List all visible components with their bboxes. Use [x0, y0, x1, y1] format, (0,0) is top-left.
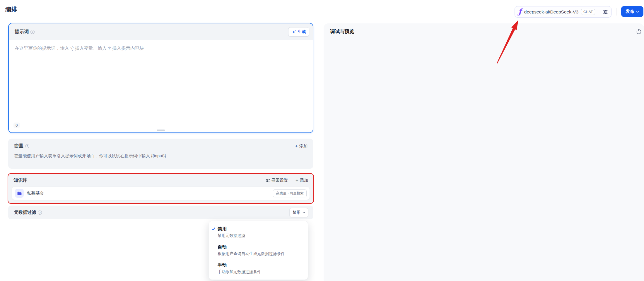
- resize-handle[interactable]: [157, 130, 165, 131]
- dropdown-option-disabled[interactable]: 禁用 禁用元数据过滤: [209, 223, 308, 241]
- knowledge-item-name: 私募基金: [27, 191, 44, 196]
- prompt-editor[interactable]: 在这里写你的提示词，输入 '{' 插入变量、输入 '/' 插入提示内容块 0: [9, 40, 313, 132]
- model-name: deepseek-ai/DeepSeek-V3: [524, 9, 578, 15]
- metadata-filter-title: 元数据过滤: [14, 210, 36, 215]
- siliconflow-icon: ƒ: [518, 8, 522, 15]
- refresh-icon[interactable]: [635, 28, 642, 35]
- option-label: 手动: [218, 262, 303, 268]
- header-divider: [616, 8, 616, 15]
- knowledge-title: 知识库: [13, 177, 28, 183]
- chevron-down-icon: [303, 212, 305, 213]
- variables-section: 变量 ? + 添加 变量能使用户输入表单引入提示词或开场白，你可以试试在提示词中…: [8, 139, 313, 169]
- add-knowledge-button[interactable]: + 添加: [295, 178, 308, 183]
- check-icon: [211, 227, 216, 231]
- dropdown-option-manual[interactable]: 手动 手动添加元数据过滤条件: [209, 259, 308, 277]
- plus-icon: +: [295, 178, 298, 183]
- option-description: 禁用元数据过滤: [218, 233, 303, 238]
- help-icon[interactable]: ?: [25, 144, 29, 148]
- debug-panel-title: 调试与预览: [330, 28, 354, 35]
- publish-button[interactable]: 发布: [621, 6, 643, 17]
- variables-title: 变量: [14, 143, 23, 149]
- char-count: 0: [13, 123, 20, 128]
- knowledge-item-badge: 高质量 · 向量检索: [273, 189, 307, 197]
- knowledge-section-highlight: 知识库 召回设置 + 添加: [8, 173, 314, 204]
- generate-label: 生成: [298, 29, 306, 35]
- option-description: 手动添加元数据过滤条件: [218, 269, 303, 275]
- prompt-card-header: 提示词 ? 生成: [9, 23, 313, 40]
- model-params-sliders-icon[interactable]: [603, 9, 608, 15]
- publish-label: 发布: [626, 9, 634, 14]
- prompt-title: 提示词: [15, 29, 29, 35]
- page-title: 编排: [5, 6, 17, 13]
- help-icon[interactable]: ?: [38, 211, 42, 215]
- plus-icon: +: [295, 144, 298, 149]
- sparkle-icon: [292, 30, 296, 34]
- add-variable-button[interactable]: + 添加: [295, 144, 308, 149]
- recall-settings-button[interactable]: 召回设置: [266, 178, 288, 183]
- variables-description: 变量能使用户输入表单引入提示词或开场白，你可以试试在提示词中输入 {{input…: [8, 149, 313, 159]
- option-label: 禁用: [218, 226, 303, 232]
- metadata-filter-section: 元数据过滤 ? 禁用: [8, 206, 313, 219]
- generate-button[interactable]: 生成: [288, 27, 309, 37]
- orchestrate-page: 编排 ƒ deepseek-ai/DeepSeek-V3 CHAT 发布 调试与…: [0, 0, 644, 281]
- add-variable-label: 添加: [299, 144, 308, 149]
- dropdown-option-auto[interactable]: 自动 根据用户查询自动生成元数据过滤条件: [209, 241, 308, 259]
- help-icon[interactable]: ?: [30, 30, 35, 34]
- option-description: 根据用户查询自动生成元数据过滤条件: [218, 251, 303, 256]
- knowledge-item[interactable]: 私募基金 高质量 · 向量检索: [12, 187, 310, 200]
- debug-preview-panel: 调试与预览: [324, 23, 644, 281]
- recall-settings-label: 召回设置: [271, 178, 288, 183]
- prompt-card: 提示词 ? 生成 在这里写你的提示词，输入 '{' 插入变量、输入 '/' 插入…: [8, 23, 313, 133]
- add-knowledge-label: 添加: [300, 178, 308, 183]
- chevron-down-icon: [636, 11, 639, 13]
- folder-icon: [15, 189, 24, 198]
- metadata-filter-selected-value: 禁用: [293, 210, 300, 215]
- model-mode-badge: CHAT: [581, 9, 595, 15]
- metadata-filter-select[interactable]: 禁用: [289, 208, 308, 217]
- metadata-filter-dropdown: 禁用 禁用元数据过滤 自动 根据用户查询自动生成元数据过滤条件 手动 手动添加元…: [209, 221, 308, 280]
- model-selector[interactable]: ƒ deepseek-ai/DeepSeek-V3 CHAT: [515, 6, 611, 18]
- prompt-placeholder: 在这里写你的提示词，输入 '{' 插入变量、输入 '/' 插入提示内容块: [9, 40, 313, 56]
- option-label: 自动: [218, 244, 303, 250]
- recall-settings-icon: [266, 178, 270, 182]
